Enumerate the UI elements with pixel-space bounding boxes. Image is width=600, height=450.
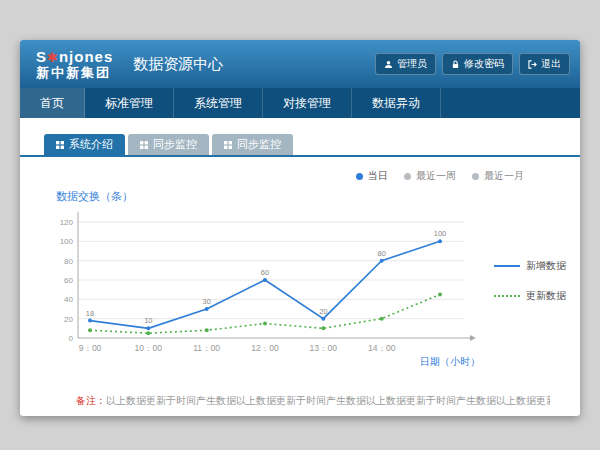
tab-system-intro[interactable]: 系统介绍 (44, 134, 125, 155)
page-title: 数据资源中心 (133, 55, 223, 74)
series-legend: 新增数据 更新数据 (494, 259, 566, 303)
svg-text:100: 100 (60, 237, 74, 246)
svg-text:100: 100 (434, 229, 447, 238)
nav-item-standard-mgmt[interactable]: 标准管理 (85, 88, 174, 118)
brand-name: S✱njones (36, 48, 113, 66)
svg-text:80: 80 (377, 249, 385, 258)
filter-last-week-dot-icon (404, 173, 411, 180)
line-chart-svg: 0204060801001209：0010：0011：0012：0013：001… (40, 206, 486, 372)
svg-text:20: 20 (64, 315, 73, 324)
svg-text:10: 10 (144, 316, 152, 325)
filter-today-dot-icon (356, 173, 363, 180)
svg-text:20: 20 (319, 307, 327, 316)
logo-star-icon: ✱ (47, 50, 59, 65)
nav-item-system-mgmt[interactable]: 系统管理 (174, 88, 263, 118)
svg-text:13：00: 13：00 (310, 343, 338, 353)
grid-icon (56, 139, 64, 151)
chart-section: 0204060801001209：0010：0011：0012：0013：001… (20, 204, 580, 376)
svg-text:30: 30 (202, 297, 210, 306)
footnote-prefix: 备注： (76, 395, 106, 406)
filter-last-month[interactable]: 最近一月 (472, 169, 524, 183)
logout-icon (528, 60, 537, 69)
nav-item-data-change[interactable]: 数据异动 (352, 88, 441, 118)
svg-text:9：00: 9：00 (79, 343, 102, 353)
svg-text:120: 120 (60, 218, 74, 227)
chart-y-axis-title: 数据交换（条） (56, 189, 580, 204)
company-name: 新中新集团 (36, 66, 113, 81)
main-nav: 首页 标准管理 系统管理 对接管理 数据异动 (20, 88, 580, 118)
filter-last-week[interactable]: 最近一周 (404, 169, 456, 183)
user-icon (384, 60, 393, 69)
legend-item-updated-data: 更新数据 (494, 289, 566, 303)
brand-logo: S✱njones 新中新集团 (36, 48, 113, 81)
svg-text:14：00: 14：00 (368, 343, 396, 353)
svg-text:40: 40 (64, 295, 73, 304)
filter-last-month-dot-icon (472, 173, 479, 180)
svg-text:10：00: 10：00 (135, 343, 163, 353)
solid-line-icon (494, 265, 520, 267)
chart-filter-legend: 当日 最近一周 最近一月 (20, 169, 524, 183)
logout-button[interactable]: 退出 (519, 53, 570, 75)
grid-icon (224, 139, 232, 151)
svg-text:60: 60 (64, 276, 73, 285)
svg-text:12：00: 12：00 (251, 343, 279, 353)
tab-sync-monitor-2[interactable]: 同步监控 (212, 134, 293, 155)
nav-item-integration-mgmt[interactable]: 对接管理 (263, 88, 352, 118)
svg-text:60: 60 (261, 268, 269, 277)
tab-bar: 系统介绍 同步监控 同步监控 (20, 134, 580, 157)
footnote: 备注：以上数据更新于时间产生数据以上数据更新于时间产生数据以上数据更新于时间产生… (76, 394, 550, 408)
svg-text:日期（小时）: 日期（小时） (420, 356, 480, 367)
grid-icon (140, 139, 148, 151)
svg-text:18: 18 (86, 309, 94, 318)
change-password-button[interactable]: 修改密码 (442, 53, 513, 75)
svg-text:11：00: 11：00 (193, 343, 220, 353)
app-header: S✱njones 新中新集团 数据资源中心 管理员 修改密码 退出 (20, 40, 580, 88)
dotted-line-icon (494, 295, 520, 297)
lock-icon (451, 60, 460, 69)
footnote-text: 以上数据更新于时间产生数据以上数据更新于时间产生数据以上数据更新于时间产生数据以… (106, 395, 550, 406)
svg-text:0: 0 (69, 334, 74, 343)
app-window: S✱njones 新中新集团 数据资源中心 管理员 修改密码 退出 (20, 40, 580, 416)
header-actions: 管理员 修改密码 退出 (375, 53, 570, 75)
chart-container: 0204060801001209：0010：0011：0012：0013：001… (40, 206, 486, 376)
legend-item-new-data: 新增数据 (494, 259, 566, 273)
nav-item-home[interactable]: 首页 (20, 88, 85, 118)
admin-button[interactable]: 管理员 (375, 53, 436, 75)
filter-today[interactable]: 当日 (356, 169, 388, 183)
svg-text:80: 80 (64, 257, 73, 266)
tab-sync-monitor-1[interactable]: 同步监控 (128, 134, 209, 155)
